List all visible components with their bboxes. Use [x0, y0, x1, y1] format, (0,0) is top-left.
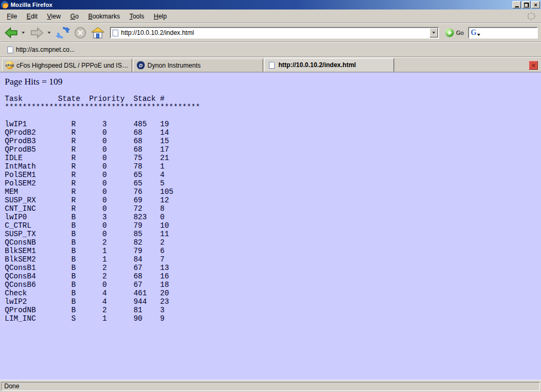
home-icon — [91, 26, 105, 39]
bookmark-item[interactable]: http://as.cmpnet.co... — [4, 45, 78, 54]
menu-bar: File Edit View Go Bookmarks Tools Help — [0, 10, 541, 23]
bookmark-label: http://as.cmpnet.co... — [16, 46, 74, 53]
title-bar: Mozilla Firefox × — [0, 0, 541, 10]
browser-window: Mozilla Firefox × File Edit View Go Book… — [0, 0, 541, 392]
address-bar — [110, 27, 439, 39]
search-bar: G — [468, 27, 538, 39]
menu-go[interactable]: Go — [66, 11, 83, 22]
page-content: Page Hits = 109 Task State Priority Stac… — [0, 72, 541, 380]
go-icon — [445, 29, 454, 37]
bookmark-page-icon — [7, 46, 13, 53]
forward-button[interactable] — [29, 25, 45, 41]
firefox-icon — [1, 1, 8, 8]
tab-bar: cFos cFos Highspeed DSL / PPPoE und ISDN… — [0, 57, 541, 72]
google-icon: G — [471, 29, 477, 36]
status-text: Done — [1, 382, 540, 391]
menu-file[interactable]: File — [2, 11, 22, 22]
tab-cfos[interactable]: cFos cFos Highspeed DSL / PPPoE und ISDN… — [2, 59, 132, 72]
page-hits-text: Page Hits = 109 — [5, 77, 541, 87]
restore-icon — [524, 3, 529, 7]
page-icon — [113, 30, 118, 36]
cfos-icon: cFos — [6, 61, 14, 69]
forward-dropdown-icon[interactable] — [48, 32, 51, 34]
window-title: Mozilla Firefox — [11, 2, 512, 8]
close-icon: × — [534, 2, 537, 7]
throbber-icon — [527, 12, 536, 21]
status-bar: Done — [0, 380, 541, 392]
menu-help[interactable]: Help — [149, 11, 172, 22]
menu-edit[interactable]: Edit — [22, 11, 42, 22]
back-arrow-icon — [4, 26, 18, 39]
task-table: Task State Priority Stack # ************… — [5, 95, 541, 323]
close-button[interactable]: × — [531, 1, 540, 8]
page-icon — [268, 61, 276, 69]
menu-tools[interactable]: Tools — [125, 11, 149, 22]
tab-index-html-active[interactable]: http://10.0.10.2/index.html — [264, 58, 394, 72]
stop-icon — [74, 26, 87, 39]
url-input[interactable] — [121, 29, 430, 37]
reload-button[interactable] — [55, 25, 71, 41]
search-input[interactable] — [480, 29, 541, 37]
stop-button[interactable] — [73, 25, 88, 41]
bookmarks-toolbar: http://as.cmpnet.co... — [0, 42, 541, 57]
url-dropdown-button[interactable] — [430, 28, 438, 38]
go-label: Go — [456, 30, 464, 36]
close-tab-button[interactable]: ✕ — [529, 61, 538, 70]
home-button[interactable] — [90, 25, 106, 41]
minimize-icon — [515, 6, 519, 7]
minimize-button[interactable] — [512, 1, 521, 8]
tab-label: Dynon Instruments — [147, 62, 201, 69]
forward-arrow-icon — [30, 26, 44, 39]
reload-icon — [56, 26, 70, 40]
menu-bookmarks[interactable]: Bookmarks — [83, 11, 125, 22]
chevron-down-icon — [432, 32, 435, 34]
back-button[interactable] — [3, 25, 19, 41]
tab-label: http://10.0.10.2/index.html — [278, 61, 356, 69]
go-button[interactable]: Go — [443, 29, 466, 37]
navigation-toolbar: Go G — [0, 23, 541, 42]
tab-label: cFos Highspeed DSL / PPPoE und ISDN CAP.… — [16, 62, 128, 69]
menu-view[interactable]: View — [42, 11, 66, 22]
back-dropdown-icon[interactable] — [22, 32, 25, 34]
tab-dynon[interactable]: D Dynon Instruments — [133, 59, 263, 72]
close-icon: ✕ — [531, 63, 536, 68]
restore-button[interactable] — [522, 1, 530, 8]
dynon-icon: D — [137, 61, 145, 69]
